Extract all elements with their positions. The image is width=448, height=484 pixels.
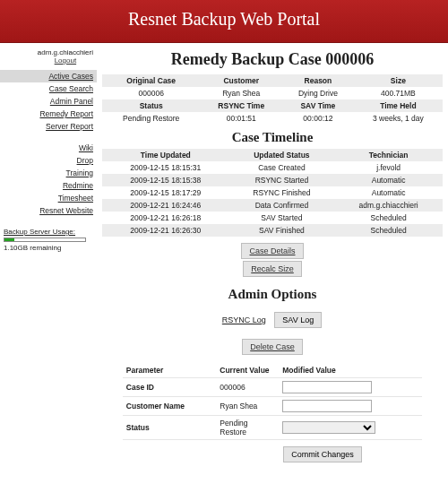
col-customer: Customer xyxy=(200,74,282,87)
nav-remedy-report[interactable]: Remedy Report xyxy=(0,108,97,120)
nav-redmine[interactable]: Redmine xyxy=(0,179,97,192)
case-details-button[interactable]: Case Details xyxy=(241,243,303,259)
val-sav-time: 00:00:12 xyxy=(282,112,354,125)
nav-group-links: Wiki Drop Training Redmine Timesheet Res… xyxy=(0,142,97,217)
table-row: 2009-12-15 18:15:38RSYNC StartedAutomati… xyxy=(102,174,443,186)
nav-group-primary: Active Cases Case Search Admin Panel Rem… xyxy=(0,70,97,133)
col-updated-status: Updated Status xyxy=(229,149,335,161)
storage-remaining: 1.10GB remaining xyxy=(4,244,93,252)
table-row: 2009-12-15 18:15:31Case Createdj.fevold xyxy=(102,161,443,174)
logout-link[interactable]: Logout xyxy=(55,56,76,65)
nav-active-cases[interactable]: Active Cases xyxy=(0,70,97,82)
nav-case-search[interactable]: Case Search xyxy=(0,82,97,95)
delete-case-button[interactable]: Delete Case xyxy=(242,339,303,355)
val-size: 400.71MB xyxy=(354,87,443,99)
recalc-size-button[interactable]: Recalc Size xyxy=(243,261,302,277)
main-content: Remedy Backup Case 000006 Original Case … xyxy=(97,43,448,477)
customer-name-input[interactable] xyxy=(282,400,372,412)
current-case-id: 000006 xyxy=(216,378,279,397)
col-sav-time: SAV Time xyxy=(282,99,354,112)
param-status: Status xyxy=(123,416,216,440)
nav-wiki[interactable]: Wiki xyxy=(0,142,97,154)
nav-admin-panel[interactable]: Admin Panel xyxy=(0,95,97,108)
commit-changes-button[interactable]: Commit Changes xyxy=(283,446,362,462)
table-row: 2009-12-21 16:24:46Data Confirmedadm.g.c… xyxy=(102,199,443,212)
col-time-held: Time Held xyxy=(354,99,443,112)
storage-title: Backup Server Usage: xyxy=(4,228,93,236)
col-current-value: Current Value xyxy=(216,363,279,378)
col-original-case: Original Case xyxy=(102,74,200,87)
col-size: Size xyxy=(354,74,443,87)
val-original-case: 000006 xyxy=(102,87,200,99)
table-row: 2009-12-15 18:17:29RSYNC FinishedAutomat… xyxy=(102,186,443,199)
nav-drop[interactable]: Drop xyxy=(0,154,97,167)
val-rsync-time: 00:01:51 xyxy=(200,112,282,125)
table-row: 2009-12-21 16:26:30SAV FinishedScheduled xyxy=(102,224,443,237)
app-title: Resnet Backup Web Portal xyxy=(128,9,320,29)
timeline-table: Time Updated Updated Status Technician 2… xyxy=(102,149,443,237)
nav-timesheet[interactable]: Timesheet xyxy=(0,192,97,204)
case-id-input[interactable] xyxy=(282,381,372,393)
current-customer-name: Ryan Shea xyxy=(216,397,279,416)
action-button-row: Case Details Recalc Size xyxy=(102,242,443,278)
param-customer-name: Customer Name xyxy=(123,397,216,416)
page-title: Remedy Backup Case 000006 xyxy=(102,50,443,69)
col-technician: Technician xyxy=(334,149,443,161)
sidebar: adm.g.chiacchieri Logout Active Cases Ca… xyxy=(0,43,97,477)
table-row: 2009-12-21 16:26:18SAV StartedScheduled xyxy=(102,212,443,224)
val-status: Pending Restore xyxy=(102,112,200,125)
sav-log-button[interactable]: SAV Log xyxy=(274,312,322,328)
col-reason: Reason xyxy=(282,74,354,87)
storage-fill xyxy=(4,238,14,241)
col-status: Status xyxy=(102,99,200,112)
app-banner: Resnet Backup Web Portal xyxy=(0,0,448,43)
val-reason: Dying Drive xyxy=(282,87,354,99)
nav-server-report[interactable]: Server Report xyxy=(0,120,97,133)
admin-options-title: Admin Options xyxy=(102,287,443,302)
case-summary-table: Original Case Customer Reason Size 00000… xyxy=(102,74,443,125)
user-block: adm.g.chiacchieri Logout xyxy=(38,48,93,65)
log-row: RSYNC Log SAV Log xyxy=(102,311,443,329)
edit-form-table: Parameter Current Value Modified Value C… xyxy=(123,363,422,466)
val-customer: Ryan Shea xyxy=(200,87,282,99)
col-rsync-time: RSYNC Time xyxy=(200,99,282,112)
param-case-id: Case ID xyxy=(123,378,216,397)
col-time-updated: Time Updated xyxy=(102,149,229,161)
nav-training[interactable]: Training xyxy=(0,167,97,179)
current-status: Pending Restore xyxy=(216,416,279,440)
nav-resnet-website[interactable]: Resnet Website xyxy=(0,204,97,217)
rsync-log-link[interactable]: RSYNC Log xyxy=(222,315,266,324)
status-select[interactable] xyxy=(282,421,375,434)
user-name: adm.g.chiacchieri xyxy=(38,48,93,56)
col-modified-value: Modified Value xyxy=(279,363,422,378)
storage-widget: Backup Server Usage: 1.10GB remaining xyxy=(0,226,97,254)
col-parameter: Parameter xyxy=(123,363,216,378)
timeline-title: Case Timeline xyxy=(102,130,443,145)
storage-bar xyxy=(4,238,86,242)
val-time-held: 3 weeks, 1 day xyxy=(354,112,443,125)
